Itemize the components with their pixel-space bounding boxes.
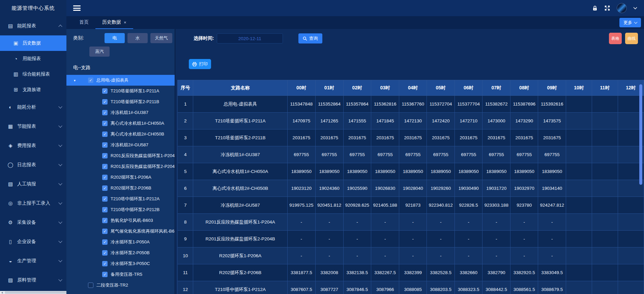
tree-node-label: 离心式冷水机组2#-CH050B: [111, 131, 164, 137]
tab-item[interactable]: 首页: [72, 16, 95, 29]
tree-checkbox[interactable]: ✓: [102, 153, 108, 158]
sidebar-subitem-label: 历史数据: [23, 40, 41, 46]
tree-node[interactable]: ✓尾气催化氧化系统再循环风机-B63: [66, 226, 175, 237]
sidebar-item[interactable]: ◎非上报手工录入: [0, 194, 66, 213]
user-avatar[interactable]: [617, 3, 627, 13]
tree-node[interactable]: ✓R202循环泵1-P206A: [66, 172, 175, 183]
tree-node[interactable]: ✓离心式冷水机组1#-CH050A: [66, 118, 175, 129]
tree-node[interactable]: ✓T210塔釜循环泵1-P211A: [66, 86, 175, 96]
table-vertical-scrollbar-thumb[interactable]: [639, 84, 642, 185]
value-cell: [566, 281, 592, 294]
print-button[interactable]: 打印: [189, 59, 211, 69]
sidebar-item[interactable]: ◈费用报表: [0, 136, 66, 155]
sidebar-item[interactable]: ◯日志报表: [0, 155, 66, 174]
tab-close-icon[interactable]: ×: [124, 20, 126, 25]
sidebar-item[interactable]: ◐能耗分析: [0, 97, 66, 117]
category-button[interactable]: 蒸汽: [89, 47, 110, 57]
tree-node[interactable]: 二段变压器-TR2: [66, 280, 175, 291]
tree-checkbox[interactable]: ✓: [102, 239, 108, 245]
value-cell: 1472710: [455, 113, 482, 129]
branch-name-cell: 离心式冷水机组2#-CH050B: [193, 180, 288, 197]
tree-checkbox[interactable]: ✓: [102, 164, 108, 169]
scrollbar-thumb[interactable]: [5, 291, 66, 294]
sidebar-item[interactable]: ▦节能报表: [0, 117, 66, 136]
sidebar-horizontal-scrollbar[interactable]: ◀ ▶: [0, 291, 66, 294]
tree-node[interactable]: ✓冷水循环泵2-P050B: [66, 247, 175, 258]
sidebar-item[interactable]: ▤能耗报表: [0, 16, 66, 35]
category-button[interactable]: 天然气: [150, 33, 172, 43]
hamburger-menu-icon[interactable]: [73, 5, 81, 11]
date-input[interactable]: [217, 33, 283, 43]
fullscreen-icon[interactable]: [604, 5, 610, 11]
tree-node[interactable]: ▾✓总用电-虚拟表具: [66, 75, 175, 86]
tree-expand-icon[interactable]: ▾: [74, 79, 79, 82]
value-cell: -: [287, 247, 315, 264]
lock-icon[interactable]: [592, 5, 598, 11]
tree-checkbox[interactable]: ✓: [102, 250, 108, 256]
branch-genealogy-icon: ⊞: [12, 87, 20, 93]
tree-node[interactable]: ✓冷水循环泵3-P050C: [66, 258, 175, 269]
tree-node[interactable]: ✓离心式冷水机组2#-CH050B: [66, 129, 175, 140]
tree-node[interactable]: ✓R202循环泵2-P206B: [66, 183, 175, 194]
table-header-cell: 支路名称: [193, 80, 288, 96]
tree-checkbox[interactable]: ✓: [102, 218, 108, 223]
sidebar-subitem[interactable]: ◔用能报表: [0, 51, 66, 66]
more-button[interactable]: 更多: [619, 18, 641, 27]
tree-checkbox[interactable]: ✓: [102, 196, 108, 202]
sidebar-item[interactable]: ⚙采集设备: [0, 213, 66, 232]
value-cell: 1470975: [287, 113, 315, 129]
tree-node[interactable]: ✓热氧化炉引风机-B603: [66, 215, 175, 226]
sidebar-item[interactable]: ▧人工填报: [0, 174, 66, 194]
tab-active[interactable]: 历史数据×: [95, 16, 133, 29]
tree-checkbox[interactable]: ✓: [102, 207, 108, 212]
curve-view-button[interactable]: 曲线: [625, 33, 638, 44]
tree-node[interactable]: ✓R201反应段热媒盐循环泵1-P204A: [66, 150, 175, 161]
print-button-label: 打印: [199, 61, 208, 67]
query-button[interactable]: 查询: [298, 33, 322, 43]
table-view-button[interactable]: 表格: [609, 33, 622, 44]
tree-node[interactable]: ✓冷冻机组2#-GU587: [66, 140, 175, 150]
tree-checkbox[interactable]: ✓: [102, 142, 108, 148]
tree-checkbox[interactable]: ✓: [102, 175, 108, 180]
table-view-label: 表格: [611, 36, 619, 41]
tree-checkbox[interactable]: ✓: [102, 272, 108, 277]
scroll-left-icon[interactable]: ◀: [0, 291, 4, 294]
value-cell: [618, 281, 644, 294]
sidebar-subitem[interactable]: ⊞支路族谱: [0, 82, 66, 97]
sidebar-item[interactable]: ▯企业设备: [0, 232, 66, 251]
sidebar-item-label: 非上报手工录入: [17, 200, 50, 206]
tree-checkbox[interactable]: ✓: [102, 131, 108, 137]
tree-checkbox[interactable]: ✓: [102, 261, 108, 266]
value-cell: 1472420: [427, 113, 455, 129]
caret-down-icon[interactable]: [633, 7, 637, 9]
table-header-cell: 序号: [178, 80, 193, 96]
sidebar-subitem[interactable]: ▣历史数据: [0, 35, 66, 51]
tree-checkbox[interactable]: ✓: [102, 185, 108, 191]
sidebar-item[interactable]: ▨原料管理: [0, 270, 66, 290]
category-button[interactable]: 水: [127, 33, 148, 43]
value-cell: 115392616: [538, 96, 566, 113]
tree-node[interactable]: ✓T210塔中循环泵1-P212A: [66, 194, 175, 204]
sidebar-subitem[interactable]: ▥综合能耗报表: [0, 66, 66, 82]
tree-node[interactable]: ✓冷冻机组1#-GU387: [66, 107, 175, 118]
tree-checkbox[interactable]: ✓: [88, 78, 93, 83]
tree-checkbox[interactable]: [88, 283, 93, 288]
material-icon: ▨: [7, 277, 14, 283]
category-button[interactable]: 电: [105, 33, 125, 43]
value-cell: 3088323.5: [455, 281, 482, 294]
sidebar-item[interactable]: ◒生产管理: [0, 251, 66, 270]
value-cell: 697755: [538, 146, 566, 163]
tree-checkbox[interactable]: ✓: [102, 99, 108, 105]
value-cell: [566, 247, 592, 264]
tree-checkbox[interactable]: ✓: [102, 121, 108, 126]
tree-checkbox[interactable]: ✓: [102, 88, 108, 94]
value-cell: 18389050: [315, 163, 343, 180]
tree-node[interactable]: ✓T210塔釜循环泵2-P211B: [66, 96, 175, 107]
tree-node[interactable]: ✓R201反应段热媒盐循环泵2-P204B: [66, 161, 175, 172]
tree-node[interactable]: ✓备用变压器-TR5: [66, 269, 175, 280]
tree-checkbox[interactable]: ✓: [102, 110, 108, 115]
tree-checkbox[interactable]: ✓: [102, 229, 108, 234]
value-cell: -: [399, 247, 427, 264]
tree-node[interactable]: ✓T210塔中循环泵2-P212B: [66, 204, 175, 215]
tree-node[interactable]: ✓冷水循环泵1-P050A: [66, 237, 175, 247]
